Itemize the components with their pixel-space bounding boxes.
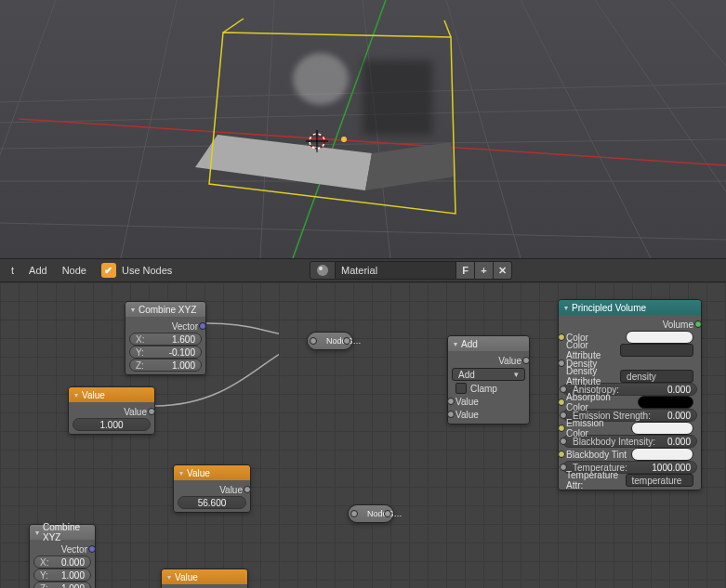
header-truncated[interactable]: t: [4, 265, 21, 276]
socket-label: Value: [455, 397, 521, 407]
socket-label: Volume: [663, 320, 693, 330]
field-y[interactable]: Y:-0.100: [129, 346, 202, 359]
field-density-attribute[interactable]: density: [620, 370, 693, 383]
field-value[interactable]: 1.000: [73, 418, 151, 431]
socket-output-vector[interactable]: [199, 322, 206, 330]
field-color-attribute[interactable]: [620, 344, 693, 357]
node-title: Combine XYZ: [43, 522, 89, 542]
node-principled-volume[interactable]: ▾Principled Volume Volume Color Color At…: [558, 299, 702, 490]
label-clamp: Clamp: [470, 384, 497, 394]
socket-label: Vector: [61, 544, 87, 555]
socket-input-value-2[interactable]: [447, 411, 455, 418]
socket-in[interactable]: [350, 510, 358, 517]
field-temp-attribute[interactable]: temperature: [626, 474, 694, 487]
socket-input-density[interactable]: [558, 359, 565, 367]
svg-line-12: [669, 0, 726, 258]
svg-line-11: [595, 0, 726, 258]
socket-input-blackbody-tint[interactable]: [558, 451, 565, 458]
socket-label: Value: [498, 356, 521, 366]
node-value-1[interactable]: ▾Value Value 1.000: [68, 386, 155, 435]
node-title: Value: [175, 572, 198, 582]
socket-output-volume[interactable]: [694, 320, 702, 328]
swatch-blackbody-tint[interactable]: [631, 448, 694, 461]
socket-output-value[interactable]: [522, 357, 530, 364]
checkbox-use-nodes[interactable]: ✔: [101, 263, 116, 278]
node-value-2[interactable]: ▾Value Value 56.600: [173, 464, 251, 513]
node-editor-header: t Add Node ✔ Use Nodes Material F + ✕: [0, 258, 726, 282]
menu-node[interactable]: Node: [55, 265, 94, 276]
svg-point-25: [317, 265, 328, 276]
svg-marker-13: [195, 135, 372, 190]
field-z[interactable]: Z:1.000: [129, 359, 202, 372]
field-x[interactable]: X:1.600: [129, 333, 202, 346]
svg-point-26: [319, 267, 323, 270]
socket-input-color[interactable]: [558, 333, 565, 341]
node-title: Value: [82, 390, 105, 400]
svg-line-2: [0, 139, 726, 149]
field-value[interactable]: 56.600: [178, 496, 246, 509]
svg-point-24: [341, 137, 347, 142]
node-title: Value: [187, 468, 210, 478]
socket-input-absorption[interactable]: [558, 399, 565, 406]
field-z[interactable]: Z:1.000: [33, 581, 91, 588]
node-group-1[interactable]: NodeG…: [307, 332, 353, 350]
socket-input-blackbody-intensity[interactable]: [560, 438, 567, 445]
svg-line-18: [223, 19, 244, 33]
checkbox-clamp[interactable]: [455, 383, 467, 394]
material-name-field[interactable]: Material: [336, 261, 456, 280]
dropdown-operation[interactable]: Add: [452, 368, 525, 381]
socket-input-emission-color[interactable]: [558, 425, 565, 432]
svg-line-19: [444, 20, 451, 37]
node-group-2[interactable]: NodeG…: [348, 504, 394, 523]
socket-out[interactable]: [343, 337, 350, 345]
swatch-absorption[interactable]: [638, 396, 693, 409]
material-add-button[interactable]: +: [475, 261, 494, 280]
swatch-emission[interactable]: [631, 422, 694, 435]
socket-label: Vector: [172, 321, 198, 332]
node-title: Add: [461, 339, 478, 349]
node-title: Combine XYZ: [139, 305, 196, 315]
label-use-nodes: Use Nodes: [116, 265, 172, 276]
svg-line-9: [446, 0, 521, 258]
node-editor[interactable]: ▾Combine XYZ Vector X:1.600 Y:-0.100 Z:1…: [0, 282, 726, 588]
svg-line-1: [0, 223, 726, 240]
swatch-color[interactable]: [626, 331, 693, 344]
socket-label: Value: [124, 407, 147, 417]
socket-in[interactable]: [310, 337, 317, 345]
material-preview-icon[interactable]: [310, 261, 336, 280]
svg-line-10: [521, 0, 651, 258]
node-math-add[interactable]: ▾Add Value Add Clamp Value Value: [447, 335, 530, 425]
node-combine-xyz-1[interactable]: ▾Combine XYZ Vector X:1.600 Y:-0.100 Z:1…: [125, 301, 206, 375]
socket-input-value-1[interactable]: [447, 398, 455, 405]
node-title: Principled Volume: [572, 303, 646, 313]
svg-rect-16: [363, 60, 432, 135]
socket-output-value[interactable]: [148, 408, 155, 415]
label-blackbody-tint: Blackbody Tint: [566, 450, 627, 460]
material-picker: Material F + ✕: [310, 261, 512, 280]
svg-line-5: [0, 0, 56, 258]
socket-label: Value: [219, 485, 243, 495]
menu-add[interactable]: Add: [21, 265, 55, 276]
label-temp-attribute: Temperature Attr:: [566, 470, 622, 490]
socket-label: Value: [455, 410, 521, 420]
field-y[interactable]: Y:1.000: [33, 568, 91, 581]
svg-point-15: [293, 53, 349, 105]
label-density-attribute: Density Attribute: [566, 366, 616, 386]
material-fake-user-button[interactable]: F: [456, 261, 475, 280]
label-absorption: Absorption Color: [566, 392, 634, 412]
label-emission-color: Emission Color: [566, 418, 627, 438]
socket-output-vector[interactable]: [88, 545, 96, 553]
material-remove-button[interactable]: ✕: [494, 261, 512, 280]
svg-line-7: [260, 0, 274, 258]
viewport-3d[interactable]: [0, 0, 726, 258]
node-value-3[interactable]: ▾Value Value: [161, 568, 248, 588]
node-combine-xyz-2[interactable]: ▾Combine XYZ Vector X:0.000 Y:1.000 Z:1.…: [29, 524, 96, 588]
field-x[interactable]: X:0.000: [33, 555, 91, 568]
socket-output-value[interactable]: [244, 486, 251, 493]
socket-out[interactable]: [384, 510, 391, 517]
